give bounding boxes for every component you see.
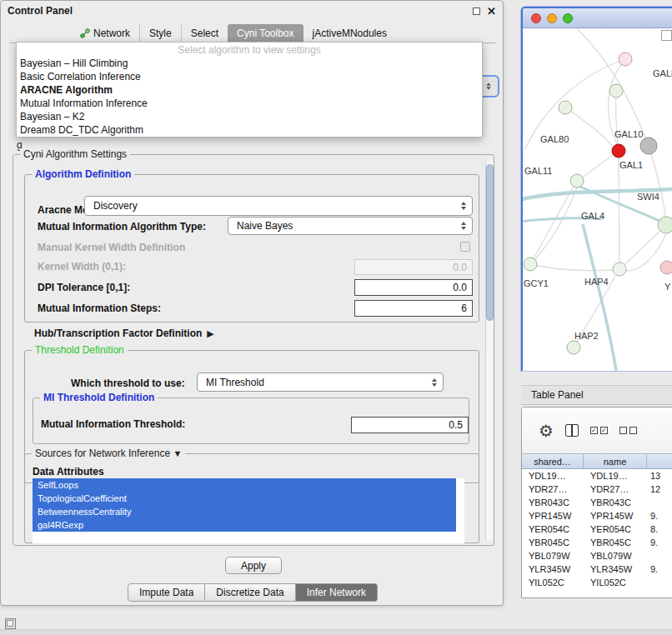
table-cell: 8. bbox=[647, 522, 672, 536]
table-cell: 9. bbox=[647, 509, 672, 522]
mi-threshold-field[interactable]: 0.5 bbox=[351, 417, 469, 433]
table-cell: YIL052C bbox=[522, 576, 584, 589]
combo-down-arrow-icon bbox=[461, 227, 466, 230]
table-cell: YBL079W bbox=[584, 549, 647, 562]
table-row[interactable]: YIL052CYIL052C bbox=[522, 576, 672, 589]
tab-impute-data[interactable]: Impute Data bbox=[128, 583, 205, 602]
tab-network[interactable]: Network bbox=[71, 24, 139, 42]
float-window-icon[interactable] bbox=[473, 8, 480, 15]
attribute-item-selected[interactable]: BetweennessCentrality bbox=[33, 505, 456, 518]
algorithm-option[interactable]: Dream8 DC_TDC Algorithm bbox=[17, 123, 482, 137]
close-traffic-light[interactable] bbox=[531, 13, 541, 23]
data-attributes-list[interactable]: SelfLoops TopologicalCoefficient Between… bbox=[33, 478, 464, 543]
attribute-item-selected[interactable]: TopologicalCoefficient bbox=[33, 492, 456, 505]
table-row[interactable]: YLR345WYLR345W9. bbox=[522, 562, 672, 576]
attribute-item-selected[interactable]: SelfLoops bbox=[33, 478, 456, 492]
tab-select[interactable]: Select bbox=[181, 24, 228, 42]
table-cell bbox=[647, 576, 672, 589]
network-node[interactable] bbox=[570, 174, 584, 188]
network-node[interactable] bbox=[567, 341, 580, 354]
network-node[interactable] bbox=[612, 144, 625, 158]
network-canvas[interactable]: GAL8GAL80GAL10GAL11GAL1SWI4GAL4GCY1HAP4H… bbox=[523, 28, 672, 371]
empty-box-icon bbox=[629, 427, 637, 434]
algorithm-option[interactable]: Basic Correlation Inference bbox=[17, 70, 482, 83]
dpi-tolerance-field[interactable]: 0.0 bbox=[354, 279, 473, 296]
which-threshold-label: Which threshold to use: bbox=[71, 374, 185, 393]
tab-label: Style bbox=[149, 28, 172, 39]
column-selector-icon[interactable] bbox=[565, 424, 579, 437]
network-node[interactable] bbox=[613, 262, 626, 276]
network-window-titlebar[interactable] bbox=[523, 8, 672, 28]
kernel-width-field: 0.0 bbox=[354, 259, 473, 275]
apply-label: Apply bbox=[241, 560, 266, 572]
network-node[interactable] bbox=[658, 217, 672, 233]
scrollbar-thumb[interactable] bbox=[486, 164, 494, 321]
hub-definition-disclosure[interactable]: Hub/Transcription Factor Definition ▶ bbox=[34, 328, 214, 339]
restore-panel-icon[interactable] bbox=[5, 618, 16, 629]
table-row[interactable]: YBR043CYBR043C bbox=[522, 496, 672, 509]
table-cell: YPR145W bbox=[522, 509, 584, 522]
table-row[interactable]: YDR27…YDR27…12 bbox=[522, 482, 672, 496]
network-node-label: GAL1 bbox=[619, 160, 643, 170]
network-edge bbox=[626, 233, 666, 271]
tab-discretize-data[interactable]: Discretize Data bbox=[205, 583, 295, 602]
column-header[interactable] bbox=[647, 454, 672, 468]
algorithm-option-selected[interactable]: ARACNE Algorithm bbox=[17, 83, 482, 97]
tab-style[interactable]: Style bbox=[139, 24, 181, 42]
table-cell: YLR345W bbox=[522, 562, 584, 576]
tab-infer-network[interactable]: Infer Network bbox=[296, 583, 378, 602]
table-cell bbox=[647, 549, 672, 562]
algorithm-option[interactable]: Bayesian – K2 bbox=[17, 110, 482, 123]
table-panel-window: ⚙ ✓ ✓ shared… name YDL19…YDL19…13YDR27…Y… bbox=[521, 407, 672, 598]
table-row[interactable]: YER054CYER054C8. bbox=[522, 522, 672, 536]
network-node[interactable] bbox=[559, 101, 572, 114]
network-node[interactable] bbox=[524, 258, 537, 271]
deselect-all-icon[interactable] bbox=[619, 427, 637, 434]
table-cell: 9. bbox=[647, 562, 672, 576]
network-node[interactable] bbox=[609, 84, 623, 98]
canvas-corner-box[interactable] bbox=[661, 30, 672, 41]
algorithm-option[interactable]: Mutual Information Inference bbox=[17, 97, 482, 110]
network-node[interactable] bbox=[640, 138, 657, 154]
minimize-traffic-light[interactable] bbox=[547, 13, 557, 23]
group-legend: Threshold Definition bbox=[32, 344, 128, 356]
column-header[interactable]: name bbox=[584, 454, 647, 468]
table-cell: YBR045C bbox=[584, 536, 647, 549]
table-row[interactable]: YBL079WYBL079W bbox=[522, 549, 672, 562]
network-edge bbox=[619, 231, 660, 269]
table-panel-titlebar[interactable]: Table Panel bbox=[521, 385, 672, 405]
apply-button[interactable]: Apply bbox=[225, 557, 282, 574]
control-panel-tabs: Network Style Select Cyni Toolbox jActiv… bbox=[71, 24, 396, 42]
network-node[interactable] bbox=[619, 52, 632, 66]
expanded-arrow-icon[interactable]: ▼ bbox=[173, 448, 182, 458]
gear-icon[interactable]: ⚙ bbox=[539, 422, 554, 439]
algorithm-option[interactable]: Bayesian – Hill Climbing bbox=[17, 57, 482, 70]
mi-type-combo[interactable]: Naive Bayes bbox=[228, 217, 473, 235]
network-node-label: GAL11 bbox=[524, 166, 552, 176]
table-row[interactable]: YBR045CYBR045C9. bbox=[522, 536, 672, 549]
table-cell: YPR145W bbox=[584, 509, 647, 522]
table-row[interactable]: YPR145WYPR145W9. bbox=[522, 509, 672, 522]
zoom-traffic-light[interactable] bbox=[563, 13, 573, 23]
control-panel-titlebar[interactable]: Control Panel ✕ bbox=[1, 1, 503, 21]
table-row[interactable]: YDL19…YDL19…13 bbox=[522, 469, 672, 482]
table-cell: YBL079W bbox=[522, 549, 584, 562]
select-all-icon[interactable]: ✓ ✓ bbox=[590, 427, 608, 434]
attribute-item-selected[interactable]: gal4RGexp bbox=[33, 518, 456, 532]
tab-jactivemnodules[interactable]: jActiveMNodules bbox=[303, 24, 396, 42]
aracne-mode-combo[interactable]: Discovery bbox=[84, 196, 473, 216]
combo-down-arrow-icon bbox=[486, 87, 490, 90]
network-edge bbox=[583, 224, 616, 371]
table-panel-title: Table Panel bbox=[531, 389, 584, 401]
tab-cyni-toolbox[interactable]: Cyni Toolbox bbox=[228, 24, 303, 42]
checked-box-icon: ✓ bbox=[590, 427, 598, 434]
network-node[interactable] bbox=[660, 261, 672, 274]
which-threshold-combo[interactable]: MI Threshold bbox=[197, 372, 444, 392]
manual-kernel-checkbox[interactable] bbox=[460, 242, 470, 252]
settings-scrollbar[interactable] bbox=[485, 159, 494, 541]
close-icon[interactable]: ✕ bbox=[487, 6, 496, 17]
bottom-tab-bar: Impute Data Discretize Data Infer Networ… bbox=[1, 583, 504, 602]
column-header[interactable]: shared… bbox=[522, 454, 584, 468]
mi-steps-field[interactable]: 6 bbox=[354, 300, 473, 317]
bottom-strip bbox=[0, 629, 672, 635]
